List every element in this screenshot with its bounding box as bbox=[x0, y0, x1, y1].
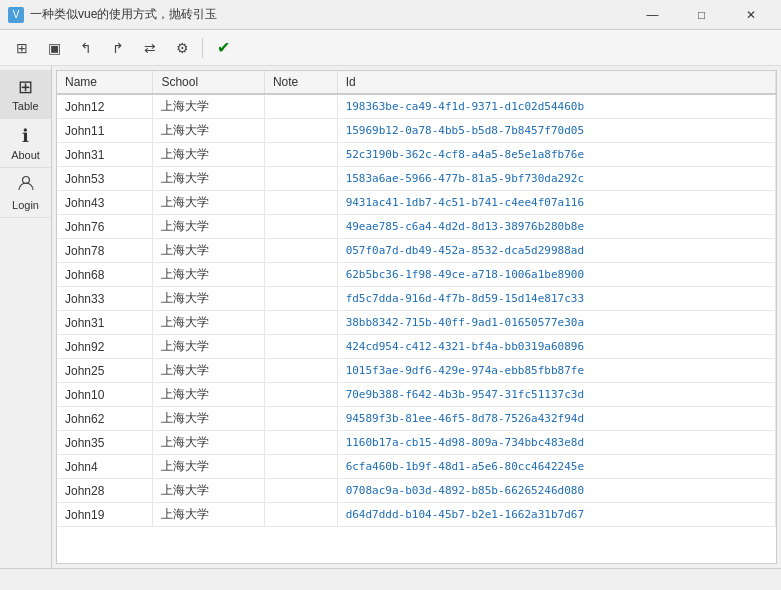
title-bar: V 一种类似vue的使用方式，抛砖引玉 — □ ✕ bbox=[0, 0, 781, 30]
cell-id: 1160b17a-cb15-4d98-809a-734bbc483e8d bbox=[337, 431, 775, 455]
cell-note bbox=[264, 503, 337, 527]
cell-school: 上海大学 bbox=[153, 143, 265, 167]
cell-id: fd5c7dda-916d-4f7b-8d59-15d14e817c33 bbox=[337, 287, 775, 311]
table-row[interactable]: John31上海大学38bb8342-715b-40ff-9ad1-016505… bbox=[57, 311, 776, 335]
cell-school: 上海大学 bbox=[153, 455, 265, 479]
cell-note bbox=[264, 431, 337, 455]
cell-school: 上海大学 bbox=[153, 479, 265, 503]
cell-school: 上海大学 bbox=[153, 407, 265, 431]
sidebar-item-about[interactable]: ℹ About bbox=[0, 119, 51, 168]
cell-id: d64d7ddd-b104-45b7-b2e1-1662a31b7d67 bbox=[337, 503, 775, 527]
table-row[interactable]: John4上海大学6cfa460b-1b9f-48d1-a5e6-80cc464… bbox=[57, 455, 776, 479]
table-row[interactable]: John76上海大学49eae785-c6a4-4d2d-8d13-38976b… bbox=[57, 215, 776, 239]
toolbar-square-btn[interactable]: ▣ bbox=[40, 34, 68, 62]
table-row[interactable]: John11上海大学15969b12-0a78-4bb5-b5d8-7b8457… bbox=[57, 119, 776, 143]
table-row[interactable]: John28上海大学0708ac9a-b03d-4892-b85b-662652… bbox=[57, 479, 776, 503]
cell-school: 上海大学 bbox=[153, 359, 265, 383]
toolbar-grid-btn[interactable]: ⊞ bbox=[8, 34, 36, 62]
toolbar: ⊞ ▣ ↰ ↱ ⇄ ⚙ ✔ bbox=[0, 30, 781, 66]
cell-name: John76 bbox=[57, 215, 153, 239]
cell-id: 38bb8342-715b-40ff-9ad1-01650577e30a bbox=[337, 311, 775, 335]
cell-name: John92 bbox=[57, 335, 153, 359]
cell-id: 057f0a7d-db49-452a-8532-dca5d29988ad bbox=[337, 239, 775, 263]
table-row[interactable]: John19上海大学d64d7ddd-b104-45b7-b2e1-1662a3… bbox=[57, 503, 776, 527]
login-icon bbox=[17, 174, 35, 197]
cell-school: 上海大学 bbox=[153, 335, 265, 359]
cell-name: John43 bbox=[57, 191, 153, 215]
toolbar-forward-btn[interactable]: ↱ bbox=[104, 34, 132, 62]
toolbar-link-btn[interactable]: ⚙ bbox=[168, 34, 196, 62]
cell-id: 62b5bc36-1f98-49ce-a718-1006a1be8900 bbox=[337, 263, 775, 287]
cell-school: 上海大学 bbox=[153, 311, 265, 335]
table-row[interactable]: John78上海大学057f0a7d-db49-452a-8532-dca5d2… bbox=[57, 239, 776, 263]
col-header-name[interactable]: Name bbox=[57, 71, 153, 94]
cell-note bbox=[264, 335, 337, 359]
cell-school: 上海大学 bbox=[153, 287, 265, 311]
toolbar-separator bbox=[202, 38, 203, 58]
cell-note bbox=[264, 383, 337, 407]
sidebar-login-label: Login bbox=[12, 199, 39, 211]
sidebar-about-label: About bbox=[11, 149, 40, 161]
cell-id: 52c3190b-362c-4cf8-a4a5-8e5e1a8fb76e bbox=[337, 143, 775, 167]
toolbar-swap-btn[interactable]: ⇄ bbox=[136, 34, 164, 62]
cell-name: John25 bbox=[57, 359, 153, 383]
title-bar-left: V 一种类似vue的使用方式，抛砖引玉 bbox=[8, 6, 217, 23]
close-button[interactable]: ✕ bbox=[728, 4, 773, 26]
table-area[interactable]: Name School Note Id John12上海大学198363be-c… bbox=[56, 70, 777, 564]
cell-name: John31 bbox=[57, 143, 153, 167]
table-icon: ⊞ bbox=[18, 76, 33, 98]
cell-school: 上海大学 bbox=[153, 263, 265, 287]
cell-note bbox=[264, 311, 337, 335]
table-row[interactable]: John92上海大学424cd954-c412-4321-bf4a-bb0319… bbox=[57, 335, 776, 359]
app-icon: V bbox=[8, 7, 24, 23]
cell-id: 94589f3b-81ee-46f5-8d78-7526a432f94d bbox=[337, 407, 775, 431]
cell-note bbox=[264, 407, 337, 431]
toolbar-check-btn[interactable]: ✔ bbox=[209, 34, 237, 62]
table-row[interactable]: John31上海大学52c3190b-362c-4cf8-a4a5-8e5e1a… bbox=[57, 143, 776, 167]
table-row[interactable]: John43上海大学9431ac41-1db7-4c51-b741-c4ee4f… bbox=[57, 191, 776, 215]
sidebar-item-login[interactable]: Login bbox=[0, 168, 51, 218]
cell-note bbox=[264, 94, 337, 119]
cell-id: 1583a6ae-5966-477b-81a5-9bf730da292c bbox=[337, 167, 775, 191]
toolbar-back-btn[interactable]: ↰ bbox=[72, 34, 100, 62]
cell-id: 198363be-ca49-4f1d-9371-d1c02d54460b bbox=[337, 94, 775, 119]
cell-id: 424cd954-c412-4321-bf4a-bb0319a60896 bbox=[337, 335, 775, 359]
table-row[interactable]: John68上海大学62b5bc36-1f98-49ce-a718-1006a1… bbox=[57, 263, 776, 287]
cell-name: John28 bbox=[57, 479, 153, 503]
cell-school: 上海大学 bbox=[153, 503, 265, 527]
col-header-note[interactable]: Note bbox=[264, 71, 337, 94]
sidebar-item-table[interactable]: ⊞ Table bbox=[0, 70, 51, 119]
cell-id: 9431ac41-1db7-4c51-b741-c4ee4f07a116 bbox=[337, 191, 775, 215]
table-row[interactable]: John33上海大学fd5c7dda-916d-4f7b-8d59-15d14e… bbox=[57, 287, 776, 311]
cell-id: 70e9b388-f642-4b3b-9547-31fc51137c3d bbox=[337, 383, 775, 407]
table-row[interactable]: John12上海大学198363be-ca49-4f1d-9371-d1c02d… bbox=[57, 94, 776, 119]
cell-note bbox=[264, 455, 337, 479]
about-icon: ℹ bbox=[22, 125, 29, 147]
minimize-button[interactable]: — bbox=[630, 4, 675, 26]
cell-note bbox=[264, 119, 337, 143]
cell-school: 上海大学 bbox=[153, 383, 265, 407]
cell-name: John12 bbox=[57, 94, 153, 119]
cell-name: John53 bbox=[57, 167, 153, 191]
cell-name: John19 bbox=[57, 503, 153, 527]
table-row[interactable]: John62上海大学94589f3b-81ee-46f5-8d78-7526a4… bbox=[57, 407, 776, 431]
sidebar-table-label: Table bbox=[12, 100, 38, 112]
table-row[interactable]: John25上海大学1015f3ae-9df6-429e-974a-ebb85f… bbox=[57, 359, 776, 383]
cell-note bbox=[264, 215, 337, 239]
cell-note bbox=[264, 191, 337, 215]
table-row[interactable]: John53上海大学1583a6ae-5966-477b-81a5-9bf730… bbox=[57, 167, 776, 191]
cell-name: John35 bbox=[57, 431, 153, 455]
table-row[interactable]: John10上海大学70e9b388-f642-4b3b-9547-31fc51… bbox=[57, 383, 776, 407]
col-header-id[interactable]: Id bbox=[337, 71, 775, 94]
cell-note bbox=[264, 287, 337, 311]
cell-name: John4 bbox=[57, 455, 153, 479]
cell-name: John31 bbox=[57, 311, 153, 335]
maximize-button[interactable]: □ bbox=[679, 4, 724, 26]
table-row[interactable]: John35上海大学1160b17a-cb15-4d98-809a-734bbc… bbox=[57, 431, 776, 455]
cell-note bbox=[264, 167, 337, 191]
title-bar-right: — □ ✕ bbox=[630, 4, 773, 26]
col-header-school[interactable]: School bbox=[153, 71, 265, 94]
cell-id: 15969b12-0a78-4bb5-b5d8-7b8457f70d05 bbox=[337, 119, 775, 143]
cell-school: 上海大学 bbox=[153, 94, 265, 119]
cell-school: 上海大学 bbox=[153, 167, 265, 191]
